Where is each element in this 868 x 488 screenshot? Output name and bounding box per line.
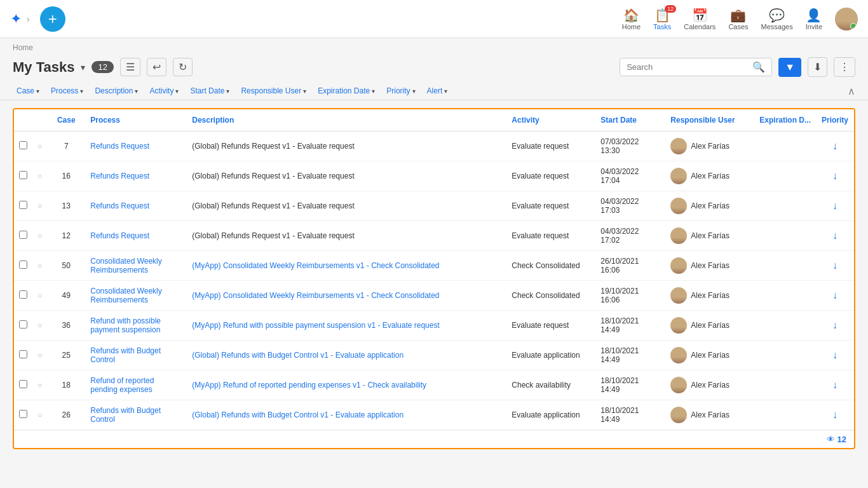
cell-process[interactable]: Refunds with Budget Control [85, 341, 187, 370]
filter-activity-caret: ▾ [175, 88, 179, 95]
more-options-button[interactable]: ⋮ [834, 57, 855, 77]
add-button[interactable]: + [40, 6, 65, 32]
table-row: ○25Refunds with Budget Control(Global) R… [14, 341, 854, 370]
sidebar-item-cases[interactable]: 💼 Cases [728, 8, 748, 30]
nav-expand-icon[interactable]: › [27, 14, 30, 24]
cell-process[interactable]: Refunds Request [85, 132, 187, 161]
description-link[interactable]: (MyApp) Refund of reported pending expen… [192, 381, 426, 390]
process-link[interactable]: Refund with possible payment suspension [90, 316, 161, 334]
col-process-header[interactable]: Process [85, 109, 187, 132]
sidebar-item-invite[interactable]: 👤 Invite [806, 8, 822, 30]
sidebar-item-home[interactable]: 🏠 Home [622, 8, 641, 30]
row-checkbox[interactable] [19, 261, 27, 269]
row-checkbox[interactable] [19, 350, 27, 358]
filter-priority[interactable]: Priority ▾ [383, 85, 419, 97]
sidebar-item-tasks[interactable]: 📋 12 Tasks [653, 8, 671, 30]
row-checkbox[interactable] [19, 231, 27, 239]
col-expdate-header[interactable]: Expiration D... [754, 109, 816, 132]
comment-icon[interactable]: ○ [37, 381, 42, 390]
row-checkbox[interactable] [19, 380, 27, 388]
cell-description[interactable]: (MyApp) Refund of reported pending expen… [187, 370, 506, 400]
col-startdate-header[interactable]: Start Date [595, 109, 665, 132]
filter-responsible-user[interactable]: Responsible User ▾ [237, 85, 310, 97]
description-link[interactable]: (Global) Refunds with Budget Control v1 … [192, 410, 403, 419]
user-avatar[interactable] [835, 8, 858, 30]
comment-icon[interactable]: ○ [37, 291, 42, 300]
col-comment [32, 109, 47, 132]
filter-description[interactable]: Description ▾ [91, 85, 142, 97]
description-link[interactable]: (MyApp) Refund with possible payment sus… [192, 321, 440, 330]
col-description-header[interactable]: Description [187, 109, 506, 132]
row-checkbox[interactable] [19, 320, 27, 329]
cell-process[interactable]: Refunds Request [85, 221, 187, 251]
cell-process[interactable]: Refunds Request [85, 191, 187, 221]
cell-process[interactable]: Refund of reported pending expenses [85, 370, 187, 400]
process-link[interactable]: Refunds Request [90, 172, 149, 180]
table-row: ○50Consolidated Weekly Reimbursements(My… [14, 251, 854, 281]
col-priority-header[interactable]: Priority [816, 109, 854, 132]
process-link[interactable]: Refund of reported pending expenses [90, 376, 154, 394]
process-link[interactable]: Consolidated Weekly Reimbursements [90, 287, 162, 304]
process-link[interactable]: Refunds Request [90, 201, 149, 210]
filter-expiration-date[interactable]: Expiration Date ▾ [314, 85, 379, 97]
filter-case[interactable]: Case ▾ [13, 85, 43, 97]
filter-start-date[interactable]: Start Date ▾ [186, 85, 233, 97]
process-link[interactable]: Refunds with Budget Control [90, 406, 161, 424]
priority-icon: ↓ [832, 140, 837, 151]
sidebar-item-messages[interactable]: 💬 Messages [761, 8, 793, 30]
messages-label: Messages [761, 23, 793, 30]
user-name: Alex Farías [691, 261, 729, 270]
row-checkbox[interactable] [19, 171, 27, 179]
row-checkbox[interactable] [19, 290, 27, 299]
comment-icon[interactable]: ○ [37, 231, 42, 240]
cell-process[interactable]: Consolidated Weekly Reimbursements [85, 251, 187, 281]
col-activity-header[interactable]: Activity [506, 109, 595, 132]
cell-process[interactable]: Refunds Request [85, 161, 187, 191]
cell-description[interactable]: (Global) Refunds with Budget Control v1 … [187, 400, 506, 430]
tasks-table: Case Process Description Activity Start … [14, 109, 854, 430]
user-name: Alex Farías [691, 231, 729, 240]
title-caret-icon[interactable]: ▾ [81, 62, 85, 72]
cell-description[interactable]: (MyApp) Consolidated Weekly Reimbursemen… [187, 251, 506, 281]
description-link[interactable]: (MyApp) Consolidated Weekly Reimbursemen… [192, 291, 439, 300]
filter-options-button[interactable]: ☰ [120, 58, 140, 76]
download-button[interactable]: ⬇ [808, 57, 827, 77]
comment-icon[interactable]: ○ [37, 410, 42, 419]
search-input[interactable] [627, 62, 752, 72]
cell-description[interactable]: (MyApp) Consolidated Weekly Reimbursemen… [187, 281, 506, 311]
cell-process[interactable]: Refund with possible payment suspension [85, 311, 187, 341]
active-filter-button[interactable]: ▼ [778, 58, 801, 77]
filter-alert[interactable]: Alert ▾ [423, 85, 452, 97]
col-case-header[interactable]: Case [47, 109, 85, 132]
cell-process[interactable]: Refunds with Budget Control [85, 400, 187, 430]
description-link[interactable]: (MyApp) Consolidated Weekly Reimbursemen… [192, 261, 439, 270]
comment-icon[interactable]: ○ [37, 261, 42, 270]
sidebar-item-calendars[interactable]: 📅 Calendars [684, 8, 715, 30]
comment-icon[interactable]: ○ [37, 142, 42, 151]
cell-description[interactable]: (MyApp) Refund with possible payment sus… [187, 311, 506, 341]
cell-process[interactable]: Consolidated Weekly Reimbursements [85, 281, 187, 311]
cell-description[interactable]: (Global) Refunds with Budget Control v1 … [187, 341, 506, 370]
comment-icon[interactable]: ○ [37, 351, 42, 360]
process-link[interactable]: Consolidated Weekly Reimbursements [90, 257, 162, 274]
row-checkbox[interactable] [19, 410, 27, 418]
description-link[interactable]: (Global) Refunds with Budget Control v1 … [192, 351, 403, 360]
filter-process[interactable]: Process ▾ [47, 85, 87, 97]
search-button[interactable]: 🔍 [752, 61, 765, 73]
cell-responsible-user: Alex Farías [665, 191, 754, 221]
filter-collapse-button[interactable]: ∧ [848, 85, 855, 97]
comment-icon[interactable]: ○ [37, 201, 42, 210]
comment-icon[interactable]: ○ [37, 321, 42, 330]
process-link[interactable]: Refunds Request [90, 231, 149, 240]
user-avatar [670, 227, 687, 244]
refresh-button[interactable]: ↻ [173, 58, 193, 76]
process-link[interactable]: Refunds with Budget Control [90, 346, 161, 364]
row-checkbox[interactable] [19, 141, 27, 149]
cell-case: 12 [47, 221, 85, 251]
process-link[interactable]: Refunds Request [90, 142, 149, 151]
col-responsible-header[interactable]: Responsible User [665, 109, 754, 132]
undo-button[interactable]: ↩ [147, 58, 166, 76]
comment-icon[interactable]: ○ [37, 172, 42, 180]
filter-activity[interactable]: Activity ▾ [146, 85, 182, 97]
row-checkbox[interactable] [19, 201, 27, 209]
